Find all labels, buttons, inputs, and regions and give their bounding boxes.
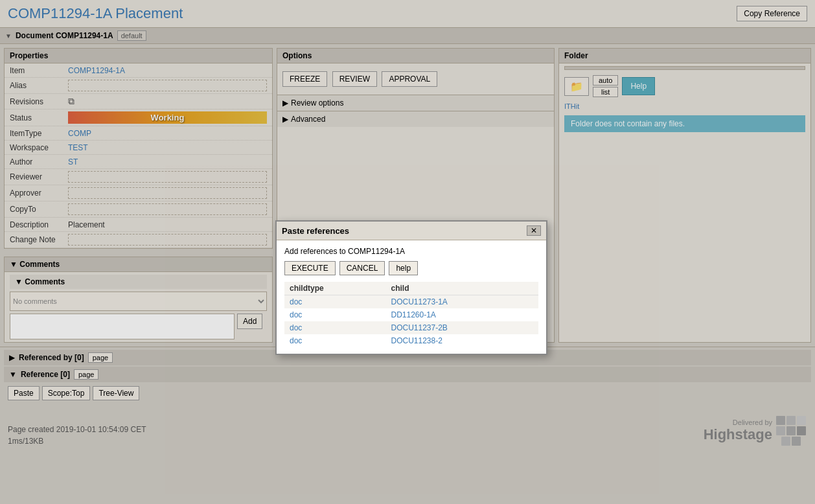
modal-buttons: EXECUTE CANCEL help (284, 261, 538, 275)
modal-col-childtype: childtype (284, 282, 385, 295)
paste-references-modal: Paste references ✕ Add references to COM… (275, 220, 547, 355)
modal-cell-childtype: doc (284, 295, 385, 309)
modal-col-child: child (385, 282, 538, 295)
modal-cell-childtype: doc (284, 308, 385, 321)
modal-subtitle: Add references to COMP11294-1A (284, 247, 538, 256)
modal-table: childtype child docDOCU11273-1AdocDD1126… (284, 282, 538, 347)
modal-cell-childtype: doc (284, 321, 385, 334)
modal-help-button[interactable]: help (389, 261, 418, 275)
execute-button[interactable]: EXECUTE (284, 261, 336, 275)
modal-table-head: childtype child (284, 282, 538, 295)
modal-table-row: docDOCU11237-2B (284, 321, 538, 334)
modal-cell-child[interactable]: DOCU11273-1A (385, 295, 538, 309)
modal-body: Add references to COMP11294-1A EXECUTE C… (277, 240, 546, 354)
modal-titlebar: Paste references ✕ (277, 222, 546, 240)
modal-table-row: docDD11260-1A (284, 308, 538, 321)
modal-title: Paste references (282, 226, 349, 236)
modal-table-row: docDOCU11273-1A (284, 295, 538, 309)
modal-cell-child[interactable]: DOCU11237-2B (385, 321, 538, 334)
modal-table-header-row: childtype child (284, 282, 538, 295)
modal-cell-child[interactable]: DOCU11238-2 (385, 334, 538, 347)
modal-table-row: docDOCU11238-2 (284, 334, 538, 347)
modal-close-button[interactable]: ✕ (527, 225, 541, 236)
modal-table-body: docDOCU11273-1AdocDD11260-1AdocDOCU11237… (284, 295, 538, 348)
modal-cell-child[interactable]: DD11260-1A (385, 308, 538, 321)
modal-cell-childtype: doc (284, 334, 385, 347)
modal-overlay: Paste references ✕ Add references to COM… (0, 0, 815, 504)
cancel-button[interactable]: CANCEL (339, 261, 385, 275)
